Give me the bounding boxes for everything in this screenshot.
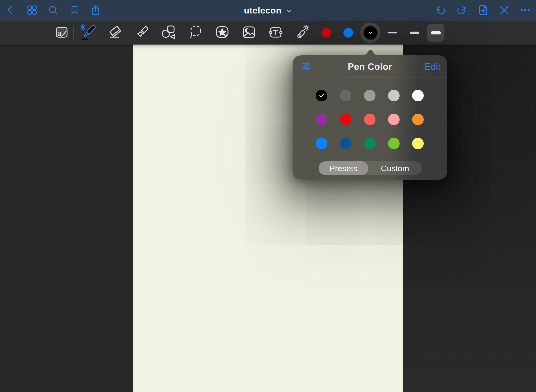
text-tool-icon[interactable] [268, 25, 283, 41]
color-swatch-dark-gray[interactable] [340, 90, 351, 101]
pen-tool-icon[interactable] [80, 24, 97, 42]
bookmark-icon[interactable] [69, 5, 80, 16]
color-swatch-coral[interactable] [364, 114, 375, 125]
share-icon[interactable] [90, 5, 101, 17]
back-icon[interactable] [5, 5, 16, 16]
color-swatch-red[interactable] [340, 114, 351, 125]
pen-off-icon[interactable] [499, 5, 510, 17]
color-swatch-light-gray[interactable] [388, 90, 400, 101]
popover-title: Pen Color [348, 62, 392, 72]
color-swatch-blue[interactable] [316, 138, 327, 149]
stroke-width-thick-selected[interactable] [427, 24, 444, 42]
redo-icon[interactable] [456, 5, 468, 17]
checkmark-icon [318, 92, 325, 99]
stroke-width-thick-line [431, 31, 441, 34]
eraser-tool-icon[interactable] [107, 25, 123, 41]
search-icon[interactable] [48, 5, 59, 17]
popover-header: Pen Color Edit [293, 55, 447, 78]
color-swatch-green-dark[interactable] [364, 138, 375, 149]
color-swatch-orange[interactable] [412, 114, 424, 125]
title-chevron-down-icon [286, 8, 292, 15]
canvas-area [0, 45, 536, 392]
undo-icon[interactable] [435, 5, 446, 17]
document-title-group[interactable]: utelecon [244, 6, 292, 16]
more-options-icon[interactable] [520, 5, 531, 17]
popover-arrow [361, 48, 380, 55]
image-tool-icon[interactable] [241, 25, 256, 41]
color-swatch-white[interactable] [412, 90, 424, 101]
lasso-tool-icon[interactable] [188, 25, 203, 41]
document-title: utelecon [244, 6, 281, 16]
tool-bar: a [0, 21, 536, 45]
screen: utelecon a [0, 0, 536, 392]
color-swatch-green[interactable] [388, 138, 400, 149]
color-swatch-black-selected[interactable] [316, 90, 327, 101]
sticker-tool-icon[interactable] [215, 25, 230, 41]
toolbar-separator [317, 26, 317, 40]
tab-presets[interactable]: Presets [329, 163, 357, 173]
edit-button[interactable]: Edit [425, 62, 440, 72]
color-swatch-gray[interactable] [364, 90, 375, 101]
toolbar-separator [73, 26, 74, 40]
svg-text:a: a [58, 28, 61, 38]
tab-custom[interactable]: Custom [381, 163, 409, 173]
laser-pointer-tool-icon[interactable] [295, 25, 310, 41]
top-navigation-bar: utelecon [0, 0, 536, 21]
color-swatch-pink[interactable] [388, 114, 400, 125]
grid-view-icon[interactable] [27, 5, 38, 17]
quick-color-red[interactable] [322, 28, 331, 38]
pen-settings-sliders-icon[interactable] [301, 61, 312, 72]
paper-template-icon[interactable]: a [54, 25, 69, 41]
color-swatch-navy[interactable] [340, 138, 351, 149]
color-swatch-purple[interactable] [316, 114, 327, 125]
highlighter-tool-icon[interactable] [134, 25, 149, 41]
stroke-width-medium[interactable] [410, 32, 419, 34]
pen-color-popover: Pen Color Edit Presets Custom [293, 55, 447, 180]
quick-color-blue[interactable] [343, 28, 353, 38]
chevron-down-icon [364, 26, 377, 39]
stroke-width-thin[interactable] [388, 32, 397, 33]
presets-custom-segmented-control: Presets Custom [319, 161, 422, 175]
add-page-icon[interactable] [478, 5, 489, 17]
shapes-tool-icon[interactable] [161, 25, 176, 41]
quick-color-black-selected[interactable] [360, 23, 381, 43]
color-swatch-yellow[interactable] [412, 138, 424, 149]
popover-divider [293, 78, 447, 78]
